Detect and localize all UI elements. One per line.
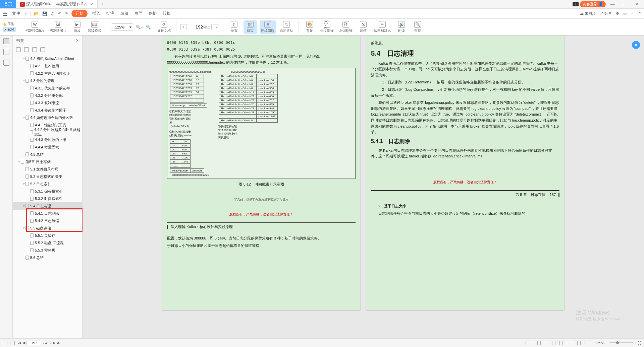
undo-icon[interactable]: ↶ xyxy=(58,11,61,16)
sb-thumb-icon[interactable] xyxy=(10,341,15,345)
tool-single-page[interactable]: ▯单页 xyxy=(227,20,241,34)
bookmark-item[interactable]: 5.4.1 日志删除 xyxy=(13,210,82,217)
annotation-rail-icon[interactable] xyxy=(3,60,9,66)
bm-tool-4[interactable] xyxy=(40,47,45,52)
tool-pdf2office[interactable]: WPDF转Office xyxy=(24,20,46,34)
bm-tool-2[interactable] xyxy=(24,47,29,52)
tool-crop[interactable]: ✂截图和对比 xyxy=(373,20,392,34)
more-icon[interactable]: ⋯ xyxy=(631,11,634,16)
hamburger-icon[interactable] xyxy=(3,12,7,16)
bookmark-item[interactable]: 4.4.2 分区数越多吞吐量就越高吗 xyxy=(13,129,82,136)
tool-rotate[interactable]: ⟳旋转文档 xyxy=(156,20,172,34)
menu-edit[interactable]: 编辑 xyxy=(119,10,130,17)
tool-select[interactable]: ➚选择 xyxy=(3,27,16,32)
sb-view6-icon[interactable] xyxy=(562,341,567,345)
share-button[interactable]: ↗ 分享 xyxy=(600,11,612,16)
tool-pdf2img[interactable]: 🖼PDF转图片 xyxy=(48,20,68,34)
sb-fullscreen-icon[interactable]: ⛶ xyxy=(638,341,641,345)
maximize-icon[interactable]: ▢ xyxy=(619,2,630,7)
thumbnail-rail-icon[interactable] xyxy=(3,49,9,55)
close-icon[interactable]: ✕ xyxy=(631,2,642,7)
bookmark-item[interactable]: 4.3.4 修改副本因子 xyxy=(13,107,82,114)
tab-file[interactable]: P 深入理解Kafka...与实践原理.pdf ⎙ ✕ xyxy=(16,0,98,8)
bookmark-item[interactable]: 4.2.1 基本使用 xyxy=(13,62,82,70)
sb-zoom-in-icon[interactable]: + xyxy=(634,341,636,345)
menu-start[interactable]: 开始 xyxy=(71,10,88,17)
sb-zoom-value[interactable]: 125% xyxy=(595,341,604,345)
tool-fulltrans[interactable]: 文A全文翻译 xyxy=(319,20,335,34)
minimize-icon[interactable]: — xyxy=(607,2,618,7)
chevron-down-icon[interactable]: ▾ xyxy=(128,25,133,29)
bookmark-item[interactable]: ▿第5章 日志存储 xyxy=(13,158,82,165)
bm-tool-1[interactable] xyxy=(16,47,21,52)
login-button[interactable]: 访客登录👤 xyxy=(580,1,606,7)
sync-status[interactable]: ☁ 未同步 xyxy=(580,11,596,16)
tool-find[interactable]: 🔍查找 xyxy=(411,20,424,34)
sb-page-input[interactable] xyxy=(26,341,42,345)
bookmark-item[interactable]: ▿4.2 初识 KafkaAdminClient xyxy=(13,55,82,62)
tool-read[interactable]: 🔊朗读 xyxy=(395,20,408,34)
bookmark-item[interactable]: 4.3.3 复制限流 xyxy=(13,99,82,107)
sb-zoom-out-icon[interactable]: − xyxy=(606,341,608,345)
bookmark-item[interactable]: ▿5.5 磁盘存储 xyxy=(13,224,82,232)
content-area[interactable]: ☻ 0000 0163 639e b8bc 0000 001c 0000 016… xyxy=(83,36,644,338)
tool-hand[interactable]: ✋手型 xyxy=(3,22,16,26)
page-input-box[interactable]: /452 xyxy=(188,24,212,30)
skin-icon[interactable]: ▭ xyxy=(623,11,627,16)
menu-convert[interactable]: 转换 xyxy=(161,10,172,17)
sb-prev-icon[interactable]: ◀ xyxy=(22,341,25,345)
bookmark-item[interactable]: 5.3.2 时间戳索引 xyxy=(13,195,82,202)
bookmark-item[interactable]: 5.5.2 磁盘I/O流程 xyxy=(13,239,82,247)
open-icon[interactable]: 📂 xyxy=(34,11,39,16)
settings-icon[interactable]: ⚙ xyxy=(616,11,619,16)
sb-next-icon[interactable]: ▶ xyxy=(53,341,55,345)
save-icon[interactable]: 💾 xyxy=(42,11,47,16)
zoom-combo[interactable]: ▾ xyxy=(111,23,133,31)
bookmark-item[interactable]: 5.4.2 日志压缩 xyxy=(13,217,82,224)
sb-view4-icon[interactable] xyxy=(548,341,552,345)
tool-continuous[interactable]: ≡连续阅读 xyxy=(260,20,276,34)
menu-file[interactable]: 文件 xyxy=(11,10,21,17)
notification-badge[interactable]: 1 xyxy=(573,2,579,6)
zoom-out-icon[interactable]: 🔍− xyxy=(136,25,143,29)
zoom-in-icon[interactable]: 🔍+ xyxy=(146,25,153,29)
sb-fit1-icon[interactable] xyxy=(573,341,578,345)
redo-icon[interactable]: ↷ xyxy=(65,11,68,16)
bookmark-rail-icon[interactable] xyxy=(3,38,9,44)
bookmark-item[interactable]: ▿4.4 如何选择合适的分区数 xyxy=(13,114,82,121)
tool-play[interactable]: ▶播放 xyxy=(70,20,84,34)
bookmark-item[interactable]: 4.4.4 考量因素 xyxy=(13,143,82,151)
assistant-float-icon[interactable]: ☻ xyxy=(632,41,640,49)
close-tab-icon[interactable]: ✕ xyxy=(90,2,93,7)
sb-fit2-icon[interactable] xyxy=(580,341,585,345)
bookmark-item[interactable]: 5.5.3 零拷贝 xyxy=(13,247,82,254)
print-icon[interactable]: 🖨 xyxy=(51,11,55,16)
menu-insert[interactable]: 插入 xyxy=(91,10,102,17)
bookmark-item[interactable]: ▿5.3 日志索引 xyxy=(13,180,82,188)
menu-page[interactable]: 页面 xyxy=(133,10,144,17)
tool-background[interactable]: 🎨背景 xyxy=(303,20,316,34)
tool-wordtrans[interactable]: 译划词翻译 xyxy=(338,20,354,34)
zoom-input[interactable] xyxy=(111,25,128,29)
bookmark-item[interactable]: ▿4.3 分区的管理 xyxy=(13,77,82,84)
page-next-icon[interactable]: › xyxy=(213,24,219,30)
sb-sidebar-icon[interactable] xyxy=(3,341,7,345)
bm-tool-3[interactable] xyxy=(32,47,37,52)
collapse-icon[interactable]: ⌃ xyxy=(638,11,641,16)
page-input[interactable] xyxy=(190,24,203,29)
sb-view1-icon[interactable] xyxy=(526,341,530,345)
bookmark-item[interactable]: 5.3.1 偏移量索引 xyxy=(13,188,82,195)
menu-protect[interactable]: 保护 xyxy=(147,10,158,17)
bookmark-item[interactable]: 5.2 日志格式的演变 xyxy=(13,173,82,180)
tool-autoscroll[interactable]: ⇅自动滚动 xyxy=(278,20,294,34)
bookmark-item[interactable]: 5.6 总结 xyxy=(13,254,82,261)
sb-view2-icon[interactable] xyxy=(533,341,538,345)
bookmark-close-icon[interactable]: ✕ xyxy=(75,38,79,43)
bookmark-item[interactable]: 4.2.2 主题合法性验证 xyxy=(13,70,82,77)
page-prev-icon[interactable]: ‹ xyxy=(180,24,186,30)
tab-add[interactable]: ＋ xyxy=(98,0,107,8)
bookmark-item[interactable]: 5.1 文件目录布局 xyxy=(13,165,82,173)
bookmark-item[interactable]: 4.5 总结 xyxy=(13,151,82,158)
tab-home[interactable]: 首页 xyxy=(0,0,16,8)
tool-compress[interactable]: ⇲压缩 xyxy=(357,20,370,34)
